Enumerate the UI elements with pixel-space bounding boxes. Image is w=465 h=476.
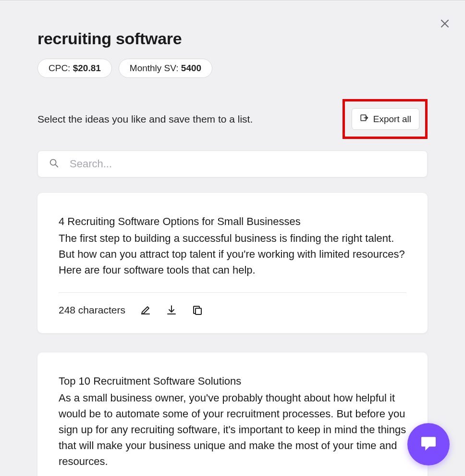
svg-rect-9 xyxy=(196,308,201,314)
chat-icon xyxy=(419,434,438,455)
idea-title: 4 Recruiting Software Options for Small … xyxy=(59,214,406,229)
page-title: recruiting software xyxy=(37,29,428,48)
cpc-pill: CPC: $20.81 xyxy=(37,59,112,78)
cpc-value: $20.81 xyxy=(73,63,101,73)
export-icon xyxy=(360,113,368,125)
idea-title: Top 10 Recruitment Software Solutions xyxy=(59,374,406,389)
export-highlight-box: Export all xyxy=(343,99,428,139)
sv-pill: Monthly SV: 5400 xyxy=(119,59,212,78)
idea-card[interactable]: Top 10 Recruitment Software Solutions As… xyxy=(37,352,428,476)
divider xyxy=(59,292,406,293)
export-label: Export all xyxy=(373,114,411,125)
cpc-label: CPC: xyxy=(49,63,73,73)
sv-value: 5400 xyxy=(181,63,201,73)
copy-icon[interactable] xyxy=(192,304,203,316)
metrics-row: CPC: $20.81 Monthly SV: 5400 xyxy=(37,59,428,78)
search-input[interactable] xyxy=(70,158,416,170)
search-icon xyxy=(49,158,70,170)
close-icon[interactable] xyxy=(439,18,451,29)
char-count: 248 characters xyxy=(59,304,125,316)
search-box[interactable] xyxy=(37,150,428,177)
idea-desc: The first step to building a successful … xyxy=(59,230,406,278)
export-all-button[interactable]: Export all xyxy=(352,108,419,130)
idea-card[interactable]: 4 Recruiting Software Options for Small … xyxy=(37,193,428,333)
card-footer: 248 characters xyxy=(59,304,406,316)
chat-fab[interactable] xyxy=(407,423,450,465)
svg-line-5 xyxy=(55,164,58,167)
sv-label: Monthly SV: xyxy=(130,63,181,73)
download-icon[interactable] xyxy=(166,304,177,316)
edit-icon[interactable] xyxy=(140,304,151,316)
idea-desc: As a small business owner, you've probab… xyxy=(59,390,406,469)
subhead-text: Select the ideas you like and save them … xyxy=(37,113,253,125)
